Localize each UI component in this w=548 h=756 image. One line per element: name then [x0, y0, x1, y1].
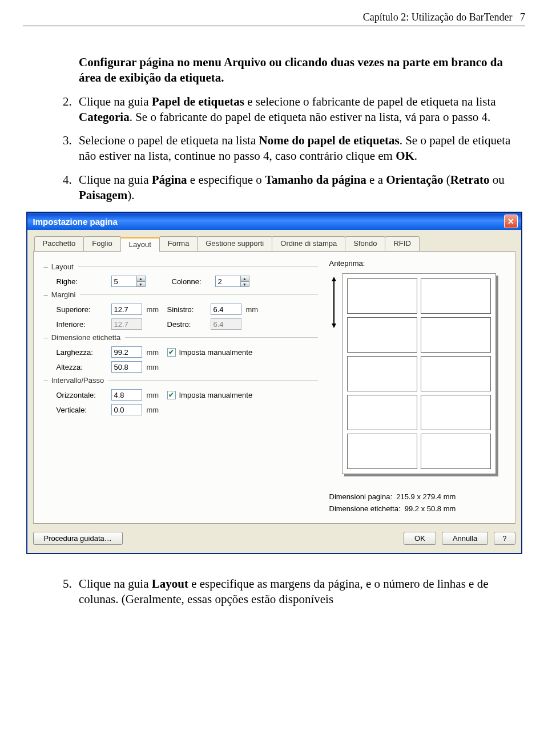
unit-mm: mm [147, 391, 163, 399]
step-5: 5. Clique na guia Layout e especifique a… [63, 576, 525, 608]
t: Clique na guia [79, 95, 152, 108]
spin-down-icon[interactable]: ▼ [136, 281, 146, 287]
group-intervallo: Intervallo/Passo [51, 376, 104, 385]
unit-mm: mm [147, 305, 163, 314]
intro-para-text: Configurar página no menu Arquivo ou cli… [79, 55, 503, 84]
imposta-man-2[interactable]: ✔ Imposta manualmente [167, 391, 253, 399]
t: Tamanho da página [265, 173, 366, 187]
sinistro-input[interactable] [211, 304, 241, 315]
label-cell [421, 356, 491, 391]
colonne-input[interactable] [215, 276, 243, 287]
colonne-label: Colonne: [172, 277, 211, 286]
help-button[interactable]: ? [494, 532, 515, 545]
tab-foglio[interactable]: Foglio [83, 236, 120, 251]
altezza-label: Altezza: [57, 363, 107, 371]
tab-forma[interactable]: Forma [159, 236, 198, 251]
orizzontale-label: Orizzontale: [57, 391, 107, 399]
tab-ordine-di-stampa[interactable]: Ordine di stampa [272, 236, 345, 251]
t: e a [366, 173, 386, 187]
t: e selecione o fabricante de papel de eti… [244, 95, 496, 108]
ok-button[interactable]: OK [404, 532, 436, 545]
t: Layout [152, 577, 188, 591]
anteprima-label: Anteprima: [329, 259, 507, 268]
dim-pagina-value: 215.9 x 279.4 mm [396, 492, 456, 501]
checkbox-checked-icon: ✔ [167, 348, 176, 357]
t: ). [127, 188, 134, 202]
spin-up-icon[interactable]: ▲ [240, 276, 249, 281]
step-3-num: 3. [63, 133, 79, 164]
tab-rfid[interactable]: RFID [385, 236, 419, 251]
inferiore-input [111, 318, 142, 330]
dialog-titlebar: Impostazione pagina ✕ [27, 213, 521, 230]
t: Paisagem [79, 188, 127, 202]
step-4: 4. Clique na guia Página e especifique o… [63, 172, 525, 204]
dimensions-text: Dimensioni pagina: 215.9 x 279.4 mm Dime… [329, 491, 507, 515]
label-cell [347, 395, 417, 430]
righe-label: Righe: [57, 277, 107, 286]
close-icon: ✕ [507, 217, 514, 226]
destro-input [211, 318, 241, 330]
group-dim-etichetta: Dimensione etichetta [51, 333, 120, 342]
step-3: 3. Selecione o papel de etiqueta na list… [63, 133, 525, 164]
label-cell [421, 434, 491, 469]
t: . [414, 149, 417, 163]
t: Retrato [450, 173, 490, 187]
close-button[interactable]: ✕ [504, 215, 518, 228]
t: Página [152, 173, 187, 187]
t: Selecione o papel de etiqueta na lista [79, 134, 259, 147]
t: Categoria [79, 110, 130, 124]
superiore-label: Superiore: [57, 305, 107, 314]
tab-strip: Pacchetto Foglio Layout Forma Gestione s… [34, 236, 515, 252]
wizard-button[interactable]: Procedura guidata… [33, 532, 123, 545]
t: e especifique o [187, 173, 265, 187]
orizzontale-input[interactable] [111, 389, 142, 401]
unit-mm: mm [147, 348, 163, 357]
tab-pacchetto[interactable]: Pacchetto [34, 236, 84, 251]
altezza-input[interactable] [111, 361, 142, 373]
label-cell [421, 317, 491, 353]
t: Papel de etiquetas [152, 95, 244, 108]
vertical-arrow-icon [329, 277, 339, 328]
dim-etichetta-label: Dimensione etichetta: [329, 504, 401, 513]
imposta-man-label-2: Imposta manualmente [179, 391, 253, 399]
unit-mm: mm [147, 363, 163, 371]
imposta-man-1[interactable]: ✔ Imposta manualmente [167, 348, 253, 357]
sinistro-label: Sinistro: [167, 305, 206, 314]
group-layout: Layout [51, 262, 74, 271]
label-preview [342, 273, 496, 474]
label-cell [421, 278, 491, 314]
step-2: 2. Clique na guia Papel de etiquetas e s… [63, 94, 525, 126]
dim-pagina-label: Dimensioni pagina: [329, 492, 393, 501]
t: . Se o fabricante do papel de etiqueta n… [130, 110, 491, 124]
verticale-label: Verticale: [57, 406, 107, 414]
righe-input[interactable] [111, 276, 139, 287]
larghezza-input[interactable] [111, 346, 142, 358]
t: Nome do papel de etiquetas [259, 134, 399, 147]
chapter-title: Capítulo 2: Utilização do BarTender [363, 11, 513, 23]
inferiore-label: Inferiore: [57, 320, 107, 329]
tab-sfondo[interactable]: Sfondo [345, 236, 385, 251]
t: OK [396, 149, 414, 163]
step-4-num: 4. [63, 172, 79, 204]
step-2-num: 2. [63, 94, 79, 126]
t: Orientação [386, 173, 443, 187]
page-number: 7 [520, 11, 525, 23]
tab-gestione-supporti[interactable]: Gestione supporti [197, 236, 272, 251]
page-header: Capítulo 2: Utilização do BarTender 7 [23, 11, 525, 26]
tab-layout[interactable]: Layout [120, 237, 160, 252]
spin-down-icon[interactable]: ▼ [240, 281, 249, 287]
label-cell [421, 395, 491, 430]
unit-mm: mm [246, 305, 262, 314]
destro-label: Destro: [167, 320, 206, 329]
t: Clique na guia [79, 577, 152, 591]
page-setup-dialog: Impostazione pagina ✕ Pacchetto Foglio L… [27, 212, 522, 553]
larghezza-label: Larghezza: [57, 348, 107, 357]
t: Clique na guia [79, 173, 152, 187]
dim-etichetta-value: 99.2 x 50.8 mm [405, 504, 456, 513]
imposta-man-label: Imposta manualmente [179, 348, 253, 357]
spin-up-icon[interactable]: ▲ [136, 276, 146, 281]
verticale-input[interactable] [111, 404, 142, 415]
label-cell [347, 434, 417, 469]
cancel-button[interactable]: Annulla [442, 532, 488, 545]
superiore-input[interactable] [111, 304, 142, 315]
